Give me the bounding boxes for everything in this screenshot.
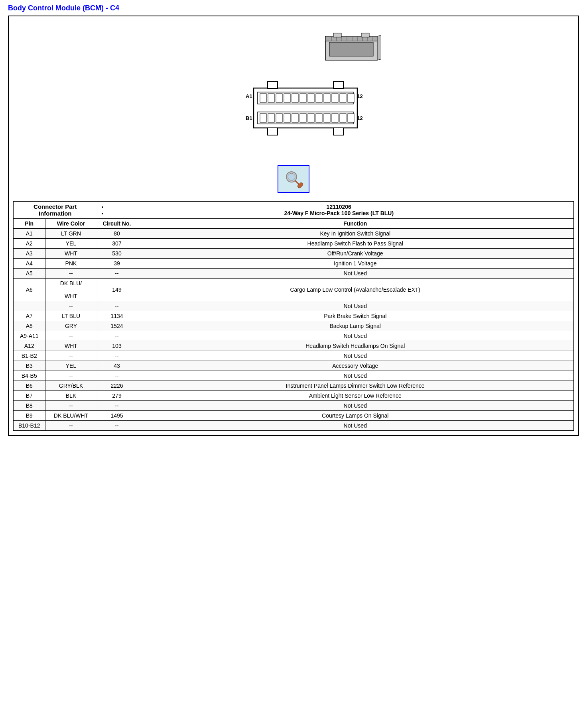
cell-function: Ignition 1 Voltage bbox=[137, 259, 574, 269]
cell-function: Not Used bbox=[137, 351, 574, 361]
svg-text:B1: B1 bbox=[246, 115, 252, 121]
table-row: A9-A11----Not Used bbox=[13, 331, 574, 341]
main-border: A1 A12 B1 B12 bbox=[8, 16, 579, 436]
cell-function: Not Used bbox=[137, 301, 574, 311]
svg-rect-46 bbox=[324, 114, 330, 122]
svg-rect-42 bbox=[292, 114, 298, 122]
cell-wire: -- bbox=[45, 371, 97, 381]
cell-function: Ambient Light Sensor Low Reference bbox=[137, 391, 574, 401]
cell-pin: A7 bbox=[13, 311, 45, 321]
header-pin: Pin bbox=[13, 219, 45, 229]
table-row: B3YEL43Accessory Voltage bbox=[13, 361, 574, 371]
table-row: A8GRY1524Backup Lamp Signal bbox=[13, 321, 574, 331]
cell-circuit: -- bbox=[97, 331, 137, 341]
cell-function: Instrument Panel Lamps Dimmer Switch Low… bbox=[137, 381, 574, 391]
cell-circuit: 1134 bbox=[97, 311, 137, 321]
svg-marker-14 bbox=[377, 34, 381, 60]
svg-rect-41 bbox=[284, 114, 290, 122]
svg-rect-32 bbox=[316, 94, 322, 102]
svg-rect-20 bbox=[268, 81, 278, 88]
cell-circuit: -- bbox=[97, 351, 137, 361]
cell-function: Headlamp Switch Flash to Pass Signal bbox=[137, 239, 574, 249]
connector-detail-2: 24-Way F Micro-Pack 100 Series (LT BLU) bbox=[108, 210, 571, 216]
cell-circuit: 2226 bbox=[97, 381, 137, 391]
cell-pin: A6 bbox=[13, 279, 45, 301]
svg-rect-26 bbox=[268, 94, 274, 102]
cell-circuit: 1524 bbox=[97, 321, 137, 331]
connector-diagram: A1 A12 B1 B12 bbox=[206, 28, 381, 157]
table-row: B1-B2----Not Used bbox=[13, 351, 574, 361]
cell-circuit: 103 bbox=[97, 341, 137, 351]
cell-circuit: 149 bbox=[97, 279, 137, 301]
svg-rect-36 bbox=[348, 94, 354, 102]
cell-wire: -- bbox=[45, 301, 97, 311]
cell-function: Backup Lamp Signal bbox=[137, 321, 574, 331]
cell-circuit: -- bbox=[97, 269, 137, 279]
cell-circuit: 80 bbox=[97, 229, 137, 239]
connector-part-label: Connector Part Information bbox=[13, 201, 97, 219]
svg-rect-13 bbox=[361, 33, 369, 37]
cell-wire: YEL bbox=[45, 361, 97, 371]
connector-details-cell: 12110206 24-Way F Micro-Pack 100 Series … bbox=[97, 201, 574, 219]
table-row: B6GRY/BLK2226Instrument Panel Lamps Dimm… bbox=[13, 381, 574, 391]
header-wire: Wire Color bbox=[45, 219, 97, 229]
svg-rect-34 bbox=[332, 94, 338, 102]
cell-pin: B1-B2 bbox=[13, 351, 45, 361]
cell-circuit: -- bbox=[97, 301, 137, 311]
header-circuit: Circuit No. bbox=[97, 219, 137, 229]
cell-pin: A5 bbox=[13, 269, 45, 279]
svg-rect-28 bbox=[284, 94, 290, 102]
cell-wire: LT BLU bbox=[45, 311, 97, 321]
cell-wire: DK BLU/WHT bbox=[45, 279, 97, 301]
cell-wire: BLK bbox=[45, 391, 97, 401]
svg-rect-12 bbox=[333, 33, 341, 37]
table-row: B10-B12----Not Used bbox=[13, 421, 574, 431]
cell-function: Not Used bbox=[137, 401, 574, 411]
table-row: A1LT GRN80Key In Ignition Switch Signal bbox=[13, 229, 574, 239]
svg-rect-47 bbox=[332, 114, 338, 122]
cell-pin: B7 bbox=[13, 391, 45, 401]
svg-point-51 bbox=[288, 173, 295, 181]
cell-pin: A2 bbox=[13, 239, 45, 249]
connector-info-row: Connector Part Information 12110206 24-W… bbox=[13, 201, 574, 219]
svg-rect-35 bbox=[340, 94, 346, 102]
cell-wire: DK BLU/WHT bbox=[45, 411, 97, 421]
svg-text:A1: A1 bbox=[246, 93, 252, 99]
svg-rect-40 bbox=[276, 114, 282, 122]
cell-wire: -- bbox=[45, 351, 97, 361]
table-header-row: Pin Wire Color Circuit No. Function bbox=[13, 219, 574, 229]
svg-rect-44 bbox=[308, 114, 314, 122]
magnify-icon[interactable] bbox=[278, 165, 309, 193]
table-row: A12WHT103Headlamp Switch Headlamps On Si… bbox=[13, 341, 574, 351]
cell-function: Off/Run/Crank Voltage bbox=[137, 249, 574, 259]
cell-circuit: 1495 bbox=[97, 411, 137, 421]
cell-function: Not Used bbox=[137, 269, 574, 279]
main-table: Connector Part Information 12110206 24-W… bbox=[13, 201, 574, 431]
cell-circuit: 307 bbox=[97, 239, 137, 249]
table-row: B8----Not Used bbox=[13, 401, 574, 411]
cell-pin: A9-A11 bbox=[13, 331, 45, 341]
cell-function: Not Used bbox=[137, 331, 574, 341]
svg-rect-49 bbox=[348, 114, 354, 122]
cell-function: Headlamp Switch Headlamps On Signal bbox=[137, 341, 574, 351]
table-row: A2YEL307Headlamp Switch Flash to Pass Si… bbox=[13, 239, 574, 249]
cell-circuit: 39 bbox=[97, 259, 137, 269]
cell-function: Courtesy Lamps On Signal bbox=[137, 411, 574, 421]
header-function: Function bbox=[137, 219, 574, 229]
cell-function: Key In Ignition Switch Signal bbox=[137, 229, 574, 239]
table-row: A5----Not Used bbox=[13, 269, 574, 279]
svg-rect-45 bbox=[316, 114, 322, 122]
svg-rect-23 bbox=[333, 128, 343, 135]
cell-pin: B4-B5 bbox=[13, 371, 45, 381]
cell-pin: A1 bbox=[13, 229, 45, 239]
table-row: A3WHT530Off/Run/Crank Voltage bbox=[13, 249, 574, 259]
table-row: A6DK BLU/WHT149Cargo Lamp Low Control (A… bbox=[13, 279, 574, 301]
cell-pin: B3 bbox=[13, 361, 45, 371]
cell-circuit: 279 bbox=[97, 391, 137, 401]
cell-circuit: 43 bbox=[97, 361, 137, 371]
table-row: B7BLK279Ambient Light Sensor Low Referen… bbox=[13, 391, 574, 401]
cell-pin bbox=[13, 301, 45, 311]
svg-rect-31 bbox=[308, 94, 314, 102]
page-title: Body Control Module (BCM) - C4 bbox=[8, 4, 579, 12]
table-row: ----Not Used bbox=[13, 301, 574, 311]
